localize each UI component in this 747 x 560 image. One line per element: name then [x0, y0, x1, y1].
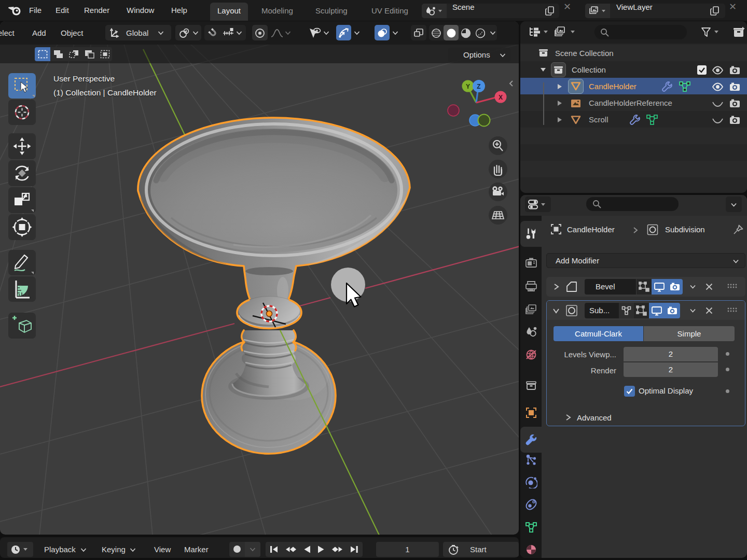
svg-text:Z: Z — [477, 83, 480, 90]
svg-text:Y: Y — [466, 83, 470, 90]
svg-text:X: X — [499, 94, 503, 101]
